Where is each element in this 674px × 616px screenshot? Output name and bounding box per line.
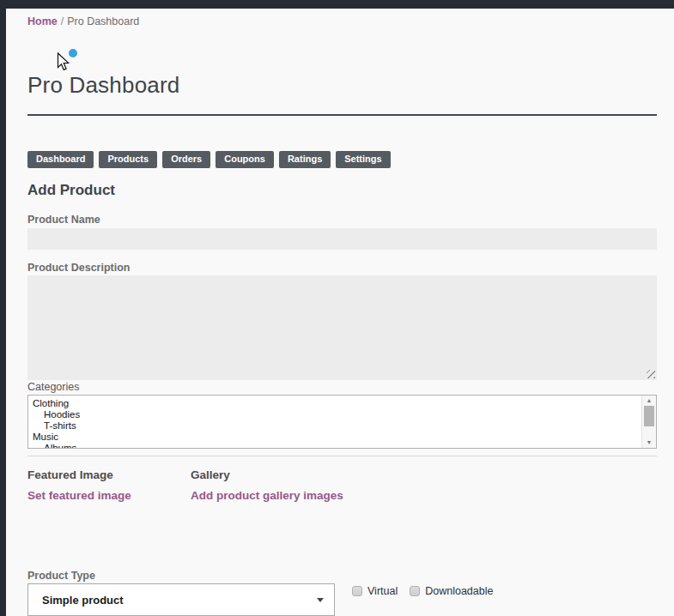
set-featured-image-link[interactable]: Set featured image [27, 489, 131, 502]
categories-listbox[interactable]: Clothing Hoodies T-shirts Music Albums ▲… [27, 395, 657, 449]
breadcrumb: Home/Pro Dashboard [27, 15, 139, 27]
category-option-albums[interactable]: Albums [33, 443, 656, 449]
resize-grip-icon[interactable] [647, 370, 655, 378]
virtual-checkbox-label[interactable]: Virtual [352, 585, 398, 597]
product-type-label: Product Type [27, 570, 95, 582]
tab-settings[interactable]: Settings [336, 151, 390, 168]
section-heading-add-product: Add Product [27, 182, 115, 199]
mouse-cursor-icon [57, 52, 70, 71]
categories-label: Categories [27, 381, 79, 393]
tab-products[interactable]: Products [99, 151, 157, 168]
scrollbar-thumb[interactable] [644, 406, 654, 426]
product-type-value: Simple product [42, 594, 317, 607]
downloadable-checkbox[interactable] [410, 586, 420, 596]
product-flags: Virtual Downloadable [352, 585, 493, 597]
loading-spinner-icon [69, 49, 77, 57]
select-caret-icon [317, 598, 324, 602]
virtual-checkbox[interactable] [352, 586, 362, 596]
breadcrumb-home-link[interactable]: Home [27, 15, 58, 27]
tab-orders[interactable]: Orders [162, 151, 210, 168]
categories-scrollbar[interactable]: ▲ ▼ [641, 396, 656, 448]
tab-dashboard[interactable]: Dashboard [27, 151, 94, 168]
admin-left-strip [0, 0, 6, 616]
scroll-down-icon[interactable]: ▼ [647, 439, 653, 446]
category-option-hoodies[interactable]: Hoodies [33, 409, 656, 420]
category-option-clothing[interactable]: Clothing [33, 398, 656, 409]
product-type-select[interactable]: Simple product [27, 583, 335, 616]
section-divider [27, 456, 657, 456]
product-description-textarea[interactable] [27, 275, 657, 380]
product-description-label: Product Description [27, 262, 130, 274]
title-divider [27, 114, 657, 116]
categories-options: Clothing Hoodies T-shirts Music Albums [28, 396, 656, 449]
downloadable-checkbox-label[interactable]: Downloadable [410, 585, 493, 597]
admin-top-bar [0, 0, 674, 9]
product-name-label: Product Name [27, 214, 100, 226]
dashboard-tabs: Dashboard Products Orders Coupons Rating… [27, 151, 391, 168]
tab-coupons[interactable]: Coupons [216, 151, 274, 168]
page-title: Pro Dashboard [27, 72, 179, 99]
tab-ratings[interactable]: Ratings [279, 151, 331, 168]
breadcrumb-separator: / [61, 15, 64, 27]
add-gallery-images-link[interactable]: Add product gallery images [191, 489, 343, 502]
virtual-label-text: Virtual [367, 585, 398, 597]
featured-image-heading: Featured Image [27, 468, 113, 481]
downloadable-label-text: Downloadable [425, 585, 493, 597]
product-name-input[interactable] [27, 228, 657, 250]
category-option-music[interactable]: Music [33, 432, 656, 443]
scroll-up-icon[interactable]: ▲ [647, 397, 653, 404]
category-option-tshirts[interactable]: T-shirts [33, 420, 656, 432]
gallery-heading: Gallery [191, 468, 230, 481]
breadcrumb-current: Pro Dashboard [67, 15, 139, 27]
